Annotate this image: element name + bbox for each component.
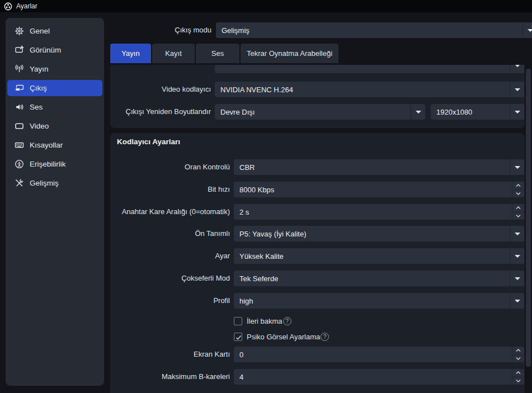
accessibility-icon bbox=[15, 159, 24, 169]
preset-row: Ön Tanımlı P5: Yavaş (İyi Kalite) bbox=[110, 226, 525, 242]
sidebar-item-label: Kısayollar bbox=[30, 141, 63, 149]
encoder-settings-title: Kodlayıcı Ayarları bbox=[117, 138, 180, 146]
profile-label: Profil bbox=[110, 293, 230, 309]
bitrate-label: Bit hızı bbox=[110, 182, 230, 197]
rescale-resolution-value: 1920x1080 bbox=[431, 108, 472, 116]
video-encoder-select[interactable]: NVIDIA NVENC H.264 bbox=[215, 82, 524, 97]
vertical-scrollbar[interactable] bbox=[526, 69, 531, 367]
window-title: Ayarlar bbox=[16, 2, 37, 10]
chevron-down-icon bbox=[510, 159, 524, 175]
rescale-label: Çıkışı Yeniden Boyutlandır bbox=[110, 104, 211, 120]
spin-up-button[interactable] bbox=[512, 182, 524, 190]
bitrate-value: 8000 Kbps bbox=[234, 186, 274, 194]
spin-down-button[interactable] bbox=[512, 355, 524, 363]
tab-tekrar-oynatma[interactable]: Tekrar Oynatma Arabelleği bbox=[241, 44, 338, 63]
preset-label: Ön Tanımlı bbox=[110, 226, 230, 242]
tuning-row: Ayar Yüksek Kalite bbox=[110, 248, 525, 264]
keyframe-interval-spinner[interactable]: 2 s bbox=[234, 204, 524, 220]
spin-up-button[interactable] bbox=[512, 204, 524, 212]
keyframe-interval-label: Anahtar Kare Aralığı (0=otomatik) bbox=[110, 204, 230, 220]
sidebar-item-ses[interactable]: Ses bbox=[7, 99, 102, 115]
gpu-spinner[interactable]: 0 bbox=[234, 347, 524, 362]
tab-label: Ses bbox=[211, 49, 224, 58]
chevron-down-icon bbox=[522, 22, 532, 38]
spin-down-button[interactable] bbox=[512, 377, 524, 385]
sidebar-item-label: Genel bbox=[30, 27, 50, 35]
gpu-row: Ekran Kartı 0 bbox=[110, 347, 525, 362]
output-mode-value: Gelişmiş bbox=[216, 26, 249, 35]
max-bframes-spinner[interactable]: 4 bbox=[234, 369, 524, 385]
chevron-down-icon bbox=[510, 82, 524, 97]
lookahead-checkbox[interactable] bbox=[234, 317, 242, 325]
tab-kayit[interactable]: Kayıt bbox=[152, 44, 195, 63]
tab-ses[interactable]: Ses bbox=[196, 44, 239, 63]
keyframe-interval-row: Anahtar Kare Aralığı (0=otomatik) 2 s bbox=[110, 204, 525, 220]
chevron-down-icon bbox=[510, 104, 524, 120]
streaming-output-panel: Video kodlayıcı NVIDIA NVENC H.264 Çıkış… bbox=[110, 65, 525, 128]
sidebar-item-video[interactable]: Video bbox=[7, 118, 102, 134]
chevron-down-icon bbox=[510, 248, 524, 264]
tab-yayin[interactable]: Yayın bbox=[110, 44, 151, 63]
spin-up-button[interactable] bbox=[512, 347, 524, 355]
lookahead-row: İleri bakma ? bbox=[234, 316, 291, 326]
rescale-resolution-select[interactable]: 1920x1080 bbox=[431, 104, 524, 120]
spin-down-button[interactable] bbox=[512, 190, 524, 198]
appearance-icon bbox=[15, 45, 24, 55]
sidebar-item-kisayollar[interactable]: Kısayollar bbox=[7, 137, 102, 153]
titlebar: Ayarlar bbox=[0, 0, 532, 12]
partial-row-field[interactable] bbox=[215, 65, 524, 73]
chevron-down-icon bbox=[510, 271, 524, 286]
rate-control-label: Oran Kontrolü bbox=[110, 159, 230, 175]
speaker-icon bbox=[15, 102, 24, 112]
output-mode-select[interactable]: Gelişmiş bbox=[216, 22, 532, 38]
chevron-down-icon bbox=[411, 104, 425, 120]
max-bframes-label: Maksimum B-kareleri bbox=[110, 369, 230, 385]
sidebar-item-label: Erişebilirlik bbox=[30, 160, 66, 168]
multipass-label: Çokseferli Mod bbox=[110, 271, 230, 286]
keyframe-interval-value: 2 s bbox=[234, 208, 249, 216]
profile-row: Profil high bbox=[110, 293, 525, 309]
profile-select[interactable]: high bbox=[234, 293, 524, 309]
lookahead-label: İleri bakma bbox=[247, 317, 283, 325]
sidebar-item-yayin[interactable]: Yayın bbox=[7, 61, 102, 77]
tuning-select[interactable]: Yüksek Kalite bbox=[234, 248, 524, 264]
keyboard-icon bbox=[15, 140, 24, 150]
rate-control-row: Oran Kontrolü CBR bbox=[110, 159, 525, 175]
profile-value: high bbox=[234, 297, 253, 305]
spin-down-button[interactable] bbox=[512, 212, 524, 220]
multipass-row: Çokseferli Mod Tek Seferde bbox=[110, 271, 525, 286]
rate-control-select[interactable]: CBR bbox=[234, 159, 524, 175]
bitrate-spinner[interactable]: 8000 Kbps bbox=[234, 182, 524, 197]
bitrate-row: Bit hızı 8000 Kbps bbox=[110, 182, 525, 197]
settings-sidebar: Genel Görünüm Yayın Çıkış Ses bbox=[6, 18, 104, 386]
multipass-select[interactable]: Tek Seferde bbox=[234, 271, 524, 286]
sidebar-item-cikis[interactable]: Çıkış bbox=[7, 80, 102, 96]
psycho-visual-checkbox[interactable] bbox=[234, 333, 242, 341]
tuning-label: Ayar bbox=[110, 248, 230, 264]
video-encoder-value: NVIDIA NVENC H.264 bbox=[215, 86, 293, 94]
max-bframes-value: 4 bbox=[234, 373, 243, 381]
sidebar-item-gelismis[interactable]: Gelişmiş bbox=[7, 175, 102, 191]
sidebar-item-genel[interactable]: Genel bbox=[7, 23, 102, 39]
monitor-icon bbox=[15, 121, 24, 131]
partial-row bbox=[110, 65, 525, 73]
rate-control-value: CBR bbox=[234, 163, 255, 172]
sidebar-item-label: Video bbox=[30, 122, 49, 130]
video-encoder-label: Video kodlayıcı bbox=[110, 82, 211, 97]
tuning-value: Yüksek Kalite bbox=[234, 252, 284, 261]
tab-label: Yayın bbox=[121, 49, 139, 58]
tools-icon bbox=[15, 178, 24, 188]
gpu-label: Ekran Kartı bbox=[110, 347, 230, 362]
sidebar-item-label: Çıkış bbox=[30, 84, 47, 92]
sidebar-item-gorunum[interactable]: Görünüm bbox=[7, 42, 102, 58]
help-icon: ? bbox=[321, 333, 329, 341]
chevron-down-icon bbox=[510, 293, 524, 309]
preset-select[interactable]: P5: Yavaş (İyi Kalite) bbox=[234, 226, 524, 242]
obs-logo-icon bbox=[4, 2, 12, 11]
spin-up-button[interactable] bbox=[512, 369, 524, 377]
sidebar-item-label: Ses bbox=[30, 103, 43, 111]
chevron-down-icon bbox=[510, 226, 524, 242]
tab-label: Tekrar Oynatma Arabelleği bbox=[247, 49, 332, 58]
sidebar-item-erisebilirlik[interactable]: Erişebilirlik bbox=[7, 156, 102, 172]
rescale-select[interactable]: Devre Dışı bbox=[215, 104, 425, 120]
